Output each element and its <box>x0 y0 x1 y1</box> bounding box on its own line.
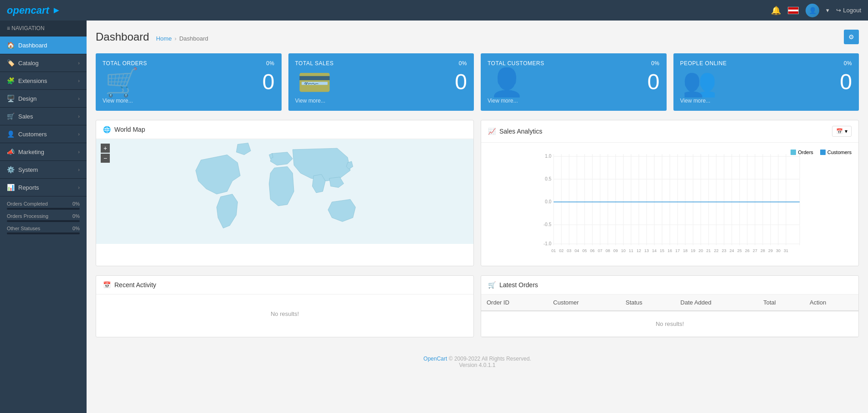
flag-icon[interactable] <box>788 7 799 14</box>
dashboard-icon: 🏠 <box>7 41 14 49</box>
sidebar-item-dashboard[interactable]: 🏠 Dashboard <box>0 36 87 54</box>
svg-text:02: 02 <box>559 248 564 253</box>
avatar[interactable]: 👤 <box>806 4 819 17</box>
sidebar-item-customers[interactable]: 👤 Customers › <box>0 125 87 143</box>
svg-text:0.0: 0.0 <box>545 199 551 204</box>
sidebar-item-marketing[interactable]: 📣 Marketing › <box>0 143 87 161</box>
legend-label: Orders <box>798 150 813 155</box>
svg-text:23: 23 <box>722 248 726 253</box>
svg-text:03: 03 <box>567 248 571 253</box>
sidebar-item-extensions[interactable]: 🧩 Extensions › <box>0 72 87 90</box>
chevron-right-icon: › <box>78 167 80 172</box>
world-map-panel: 🌐 World Map + − <box>96 120 474 266</box>
svg-text:24: 24 <box>729 248 734 253</box>
stat-view-more-link[interactable]: View more... <box>488 98 660 104</box>
chevron-right-icon: › <box>78 131 80 137</box>
table-column-header: Action <box>804 294 858 311</box>
design-label: Design <box>18 95 36 102</box>
table-column-header: Status <box>620 294 675 311</box>
footer-copyright-text: © 2009-2022 All Rights Reserved. <box>449 356 531 362</box>
analytics-title: 📈 Sales Analytics <box>488 128 542 135</box>
stat-icon: 👤 <box>490 66 524 98</box>
stat-view-more-link[interactable]: View more... <box>680 98 853 104</box>
main-content: Dashboard Home › Dashboard ⚙ TOTAL ORDER… <box>87 21 868 413</box>
chevron-right-icon: › <box>78 96 80 101</box>
svg-text:0.5: 0.5 <box>545 176 551 181</box>
svg-text:07: 07 <box>598 248 602 253</box>
stat-card-total-sales: TOTAL SALES 0% 💳 0 View more... <box>288 53 474 111</box>
svg-text:17: 17 <box>675 248 680 253</box>
zoom-out-button[interactable]: − <box>101 154 110 163</box>
bottom-row: 📅 Recent Activity No results! 🛒 Latest O… <box>96 275 859 337</box>
chart-legend-item: Customers <box>820 150 852 155</box>
world-map-header: 🌐 World Map <box>96 120 473 139</box>
svg-text:06: 06 <box>590 248 595 253</box>
orders-table-head: Order IDCustomerStatusDate AddedTotalAct… <box>481 294 858 311</box>
stat-card-total-orders: TOTAL ORDERS 0% 🛒 0 View more... <box>96 53 282 111</box>
sidebar-item-sales[interactable]: 🛒 Sales › <box>0 108 87 125</box>
table-column-header: Date Added <box>675 294 758 311</box>
progress-bar-bg <box>7 232 80 234</box>
svg-text:20: 20 <box>699 248 703 253</box>
extensions-label: Extensions <box>18 77 47 84</box>
chevron-right-icon: › <box>78 149 80 155</box>
stat-view-more-link[interactable]: View more... <box>103 98 275 104</box>
zoom-in-button[interactable]: + <box>101 144 110 153</box>
chevron-right-icon: › <box>78 185 80 190</box>
sidebar-item-design[interactable]: 🖥️ Design › <box>0 90 87 108</box>
recent-activity-panel: 📅 Recent Activity No results! <box>96 275 474 337</box>
table-column-header: Customer <box>548 294 620 311</box>
order-status-label: Orders Completed 0% <box>7 201 80 206</box>
calendar-icon: 📅 <box>836 128 843 134</box>
order-status-label: Other Statuses 0% <box>7 226 80 231</box>
logout-button[interactable]: ↪ Logout <box>836 7 861 14</box>
page-header: Dashboard Home › Dashboard ⚙ <box>96 30 859 44</box>
sidebar-item-system[interactable]: ⚙️ System › <box>0 161 87 179</box>
svg-text:26: 26 <box>745 248 750 253</box>
marketing-icon: 📣 <box>7 148 14 155</box>
legend-dot <box>791 150 796 155</box>
logout-icon: ↪ <box>836 7 841 14</box>
layout: ≡ NAVIGATION 🏠 Dashboard 🏷️ Catalog › 🧩 … <box>0 21 868 413</box>
stat-percent: 0% <box>844 60 852 67</box>
footer-version: Version 4.0.1.1 <box>105 362 850 368</box>
stats-row: TOTAL ORDERS 0% 🛒 0 View more... TOTAL S… <box>96 53 859 111</box>
svg-text:12: 12 <box>637 248 641 253</box>
breadcrumb-current: Dashboard <box>179 35 208 42</box>
customers-label: Customers <box>18 131 47 138</box>
svg-text:05: 05 <box>582 248 587 253</box>
svg-text:10: 10 <box>621 248 626 253</box>
settings-button[interactable]: ⚙ <box>844 30 859 44</box>
svg-text:1.0: 1.0 <box>545 154 551 159</box>
svg-text:28: 28 <box>760 248 765 253</box>
dashboard-label: Dashboard <box>18 42 47 49</box>
globe-icon: 🌐 <box>103 126 111 133</box>
chevron-down-icon: ▾ <box>845 128 847 134</box>
orders-table-container: Order IDCustomerStatusDate AddedTotalAct… <box>481 294 858 337</box>
orders-table-body: No results! <box>481 311 858 337</box>
stat-icon: 👥 <box>683 66 717 98</box>
footer: OpenCart © 2009-2022 All Rights Reserved… <box>96 346 859 377</box>
svg-text:31: 31 <box>784 248 788 253</box>
chevron-right-icon: › <box>78 60 80 66</box>
stat-view-more-link[interactable]: View more... <box>295 98 467 104</box>
sidebar-item-reports[interactable]: 📊 Reports › <box>0 179 87 196</box>
recent-activity-title: 📅 Recent Activity <box>103 281 156 289</box>
sidebar: ≡ NAVIGATION 🏠 Dashboard 🏷️ Catalog › 🧩 … <box>0 21 87 413</box>
stat-card-people-online: PEOPLE ONLINE 0% 👥 0 View more... <box>673 53 859 111</box>
customers-icon: 👤 <box>7 130 14 138</box>
footer-brand-link[interactable]: OpenCart <box>423 356 447 362</box>
page-title: Dashboard <box>96 31 149 43</box>
svg-text:-0.5: -0.5 <box>544 222 552 227</box>
recent-activity-no-results: No results! <box>103 301 467 326</box>
stat-percent: 0% <box>459 60 467 67</box>
cart-icon: 🛒 <box>488 281 496 289</box>
catalog-icon: 🏷️ <box>7 59 14 67</box>
date-picker-button[interactable]: 📅 ▾ <box>832 126 852 137</box>
sidebar-item-catalog[interactable]: 🏷️ Catalog › <box>0 54 87 72</box>
notification-icon[interactable]: 🔔 <box>771 5 781 15</box>
sales-label: Sales <box>18 113 33 120</box>
world-map-container: + − <box>96 139 473 244</box>
breadcrumb-home[interactable]: Home <box>156 35 172 42</box>
progress-bar-bg <box>7 208 80 210</box>
